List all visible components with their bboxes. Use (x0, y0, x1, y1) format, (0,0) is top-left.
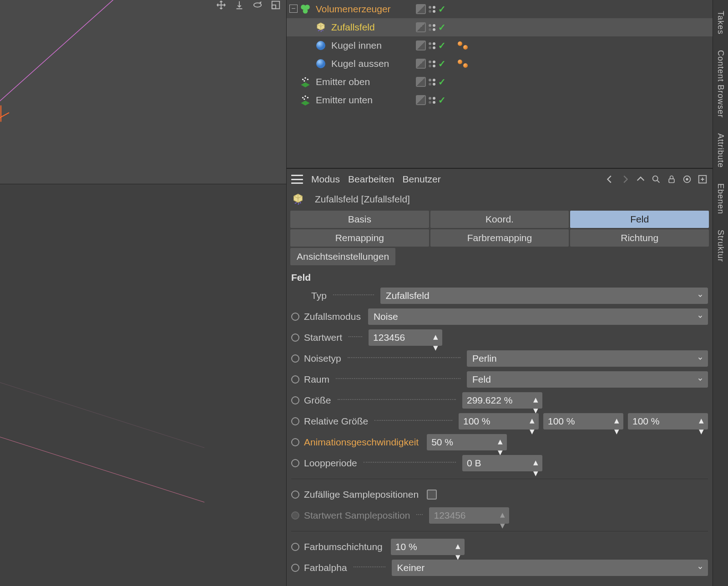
layout-icon[interactable] (269, 0, 283, 10)
lock-icon[interactable] (666, 174, 677, 185)
enable-check-icon[interactable]: ✓ (438, 95, 446, 106)
menu-bearbeiten[interactable]: Bearbeiten (348, 174, 394, 185)
tab-remapping[interactable]: Remapping (290, 229, 429, 247)
spinner-icon[interactable]: ▴▾ (699, 415, 705, 428)
layer-flag[interactable] (416, 40, 426, 51)
new-window-icon[interactable] (697, 174, 708, 185)
param-label: Raum (304, 374, 329, 385)
tab-feld[interactable]: Feld (570, 211, 709, 228)
object-row-emitter-unten[interactable]: Emitter unten ✓ (287, 91, 713, 109)
spinner-icon[interactable]: ▴▾ (533, 394, 540, 407)
keyframe-dot[interactable] (291, 417, 299, 425)
layer-flag[interactable] (416, 95, 426, 105)
enable-check-icon[interactable]: ✓ (438, 58, 446, 69)
nav-up-icon[interactable] (635, 174, 646, 185)
visibility-dots[interactable] (429, 6, 435, 13)
object-row-kugel-aussen[interactable]: Kugel aussen ✓ (287, 55, 713, 73)
startwert-input[interactable]: 123456 ▴▾ (369, 329, 442, 346)
param-label: Größe (304, 395, 331, 406)
visibility-dots[interactable] (429, 24, 435, 31)
viewport-lower[interactable] (0, 184, 287, 586)
expand-toggle[interactable]: − (289, 5, 298, 13)
layer-flag[interactable] (416, 59, 426, 69)
tab-koord[interactable]: Koord. (430, 211, 569, 228)
samplepos-checkbox[interactable] (427, 490, 437, 500)
relgroesse-z-input[interactable]: 100 %▴▾ (628, 413, 708, 429)
menu-modus[interactable]: Modus (311, 174, 340, 185)
object-manager: − Volumenerzeuger ✓ (287, 0, 713, 169)
keyframe-dot[interactable] (291, 459, 299, 467)
nav-forward-icon[interactable] (620, 174, 631, 185)
zufallsmodus-dropdown[interactable]: Noise (368, 308, 708, 325)
keyframe-dot[interactable] (291, 354, 299, 363)
move-icon[interactable] (214, 0, 228, 10)
menu-icon[interactable] (291, 175, 303, 184)
object-row-kugel-innen[interactable]: Kugel innen ✓ (287, 36, 713, 55)
sidetab-struktur[interactable]: Struktur (716, 230, 725, 262)
enable-check-icon[interactable]: ✓ (438, 40, 446, 51)
groesse-input[interactable]: 299.622 % ▴▾ (462, 392, 542, 409)
viewport[interactable] (0, 0, 287, 184)
noisetyp-dropdown[interactable]: Perlin (467, 350, 708, 367)
tab-basis[interactable]: Basis (290, 211, 429, 228)
orbit-icon[interactable] (251, 0, 264, 10)
visibility-dots[interactable] (429, 42, 435, 49)
layer-flag[interactable] (416, 77, 426, 87)
keyframe-dot[interactable] (291, 375, 299, 384)
keyframe-dot[interactable] (291, 333, 299, 342)
raum-dropdown[interactable]: Feld (467, 371, 708, 388)
spinner-icon: ▴▾ (500, 509, 506, 522)
animspeed-input[interactable]: 50 % ▴▾ (427, 434, 507, 450)
spinner-icon[interactable]: ▴▾ (614, 415, 621, 428)
tab-richtung[interactable]: Richtung (570, 229, 709, 247)
keyframe-dot[interactable] (291, 438, 299, 446)
dolly-icon[interactable] (233, 0, 246, 10)
enable-check-icon[interactable]: ✓ (438, 22, 446, 33)
object-row-emitter-oben[interactable]: Emitter oben ✓ (287, 73, 713, 91)
typ-dropdown[interactable]: Zufallsfeld (380, 288, 708, 304)
object-row-zufallsfeld[interactable]: Zufallsfeld ✓ (287, 18, 713, 36)
keyframe-dot[interactable] (291, 490, 299, 499)
sidetab-ebenen[interactable]: Ebenen (716, 183, 725, 214)
keyframe-dot[interactable] (291, 564, 299, 572)
enable-check-icon[interactable]: ✓ (438, 76, 446, 87)
chevron-down-icon (697, 313, 703, 320)
sidetab-attribute[interactable]: Attribute (716, 133, 725, 168)
keyframe-dot[interactable] (291, 396, 299, 404)
spinner-icon[interactable]: ▴▾ (533, 457, 540, 470)
visibility-dots[interactable] (429, 79, 435, 86)
loopperiode-input[interactable]: 0 B ▴▾ (462, 455, 542, 471)
param-label: Typ (311, 290, 327, 301)
tag-icons[interactable] (458, 61, 468, 66)
farbumschichtung-input[interactable]: 10 % ▴▾ (391, 539, 465, 555)
menu-benutzer[interactable]: Benutzer (403, 174, 441, 185)
farbalpha-dropdown[interactable]: Keiner (392, 560, 708, 576)
spinner-icon[interactable]: ▴▾ (455, 541, 462, 553)
visibility-dots[interactable] (429, 61, 435, 67)
keyframe-dot[interactable] (291, 543, 299, 551)
search-icon[interactable] (651, 174, 662, 185)
spinner-icon[interactable]: ▴▾ (498, 436, 504, 449)
relgroesse-x-input[interactable]: 100 %▴▾ (459, 413, 539, 429)
chevron-down-icon (697, 355, 703, 362)
param-label: Noisetyp (304, 353, 341, 364)
keyframe-dot[interactable] (291, 313, 299, 321)
sidetab-content-browser[interactable]: Content Browser (716, 50, 725, 118)
tab-farbremapping[interactable]: Farbremapping (430, 229, 569, 247)
relgroesse-y-input[interactable]: 100 %▴▾ (543, 413, 623, 429)
tag-icons[interactable] (458, 43, 468, 48)
keyframe-dot (291, 511, 299, 520)
layer-flag[interactable] (416, 4, 426, 14)
enable-check-icon[interactable]: ✓ (438, 4, 446, 15)
target-icon[interactable] (682, 174, 693, 185)
spinner-icon[interactable]: ▴▾ (530, 415, 536, 428)
layer-flag[interactable] (416, 22, 426, 32)
sidetab-takes[interactable]: Takes (716, 11, 725, 35)
object-row-volumenerzeuger[interactable]: − Volumenerzeuger ✓ (287, 0, 713, 18)
nav-back-icon[interactable] (604, 174, 615, 185)
spinner-icon[interactable]: ▴▾ (433, 331, 440, 344)
object-label: Zufallsfeld (331, 22, 375, 33)
tab-ansichtseinstellungen[interactable]: Ansichtseinstellungen (290, 248, 395, 265)
viewport-column (0, 0, 287, 586)
visibility-dots[interactable] (429, 97, 435, 104)
